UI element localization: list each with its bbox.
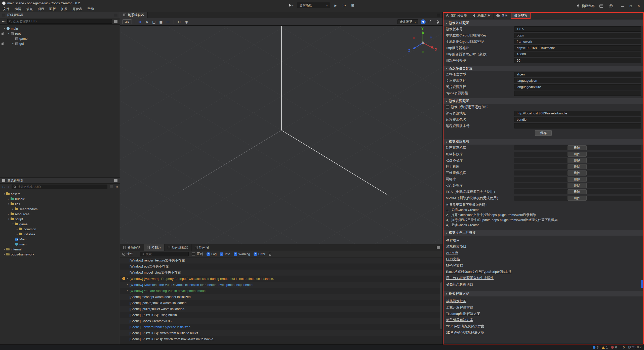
menu-item[interactable]: 扩展 [58, 6, 70, 12]
console-filter[interactable]: 正则 [192, 252, 203, 256]
console-tab[interactable]: 动画编辑器 [165, 244, 192, 251]
scrollbar-thumb[interactable] [440, 282, 442, 329]
asset-node[interactable]: ▸ initialize [0, 232, 120, 237]
asset-node[interactable]: ▾ game [0, 222, 120, 227]
property-input[interactable] [514, 52, 641, 57]
log-row[interactable]: [Window] render_texture文件夹不存在 [120, 257, 442, 264]
menu-item[interactable]: 开发者 [70, 6, 85, 12]
dimension-toggle[interactable]: 3D [122, 19, 132, 24]
expand-arrow[interactable]: ▸ [16, 228, 19, 230]
log-row[interactable]: [Window] [Vue warn]: Property "onInput" … [120, 276, 442, 282]
log-row[interactable]: [Window] model_view文件夹不存在 [120, 270, 442, 276]
translate-tool[interactable]: ⊕ [137, 19, 143, 25]
log-row[interactable]: [Scene] [PHYSICS]: using builtin. [120, 312, 442, 318]
solution-link[interactable]: 全栈开发解决方案 [446, 305, 473, 310]
section-header[interactable]: 游戏多语言配置 [444, 66, 643, 71]
menu-item[interactable]: 节点 [24, 6, 35, 12]
delete-module-button[interactable]: 删除 [568, 152, 587, 157]
delete-module-button[interactable]: 删除 [568, 145, 587, 150]
inspector-tab[interactable]: 框架配置 [511, 13, 531, 19]
asset-node[interactable]: ▾ assets [0, 191, 120, 196]
doc-link[interactable]: API文档 [446, 251, 458, 255]
delete-module-button[interactable]: 删除 [568, 158, 587, 163]
log-row[interactable]: [Scene] [PHYSICS2D]: switch from box2d-w… [120, 336, 442, 342]
hierarchy-node[interactable]: ▾ main [0, 26, 120, 31]
log-expand-arrow[interactable] [126, 283, 130, 286]
build-publish-button[interactable]: 构建发布 [576, 4, 595, 8]
property-input[interactable] [514, 39, 641, 44]
remote-load-checkbox[interactable] [446, 105, 449, 109]
close-button[interactable] [635, 3, 642, 9]
log-row[interactable]: [Window] ecs文件夹不存在 [120, 264, 442, 270]
lighting-toggle[interactable] [421, 19, 426, 24]
doc-link[interactable]: ECS文档 [446, 257, 460, 261]
inspector-tab[interactable]: 属性检查器 [444, 13, 470, 19]
console-filter[interactable]: Info [220, 252, 230, 256]
doc-link[interactable]: Excel格式转Json文件与TypeScript代码工具 [446, 270, 511, 274]
expand-arrow[interactable]: ▸ [3, 248, 6, 250]
inspector-scrollbar[interactable] [641, 280, 643, 288]
maximize-button[interactable] [627, 3, 634, 9]
scale-tool[interactable]: ◱ [151, 19, 157, 25]
expand-arrow[interactable]: ▸ [11, 208, 15, 210]
doc-link[interactable]: 原生包热更新配置自动生成插件 [446, 276, 494, 280]
log-expand-arrow[interactable] [126, 277, 130, 280]
export-log-icon[interactable] [269, 253, 271, 256]
status-badge[interactable]: 0 [611, 346, 617, 349]
asset-node[interactable]: ▸ bundle [0, 196, 120, 201]
hierarchy-node[interactable]: ▾ root [0, 31, 120, 36]
preview-target-button[interactable] [288, 2, 294, 8]
delete-module-button[interactable]: 删除 [568, 196, 587, 201]
menu-item[interactable]: 文件 [1, 6, 12, 12]
save-button[interactable]: 保存 [535, 130, 552, 136]
rotate-tool[interactable]: ↻ [144, 19, 150, 25]
filter-icon[interactable] [110, 187, 113, 187]
property-input[interactable] [514, 91, 641, 96]
asset-node[interactable]: ▸ resources [0, 211, 120, 216]
solution-link[interactable]: 新手引导解决方案 [446, 318, 473, 322]
tab-scene-editor[interactable]: 场景编辑器 [120, 12, 148, 18]
solution-link[interactable]: 战棋游戏框架 [446, 299, 466, 303]
section-header[interactable]: 框架模块裁剪 [444, 139, 643, 145]
asset-node[interactable]: ▸ seedrandom [0, 206, 120, 211]
create-asset-button[interactable] [2, 185, 6, 189]
import-asset-icon[interactable] [7, 185, 10, 189]
panel-menu-icon[interactable] [437, 247, 440, 248]
asset-node[interactable]: ▸ internal [0, 247, 120, 252]
hierarchy-search-input[interactable] [13, 20, 110, 23]
section-header[interactable]: 框架解决方案 [444, 291, 643, 296]
filter-icon[interactable] [114, 21, 117, 22]
doc-link[interactable]: 动画状态机编辑器 [446, 282, 473, 287]
view-mode-select[interactable]: 正常浏览 [397, 19, 418, 24]
step-button[interactable] [341, 2, 347, 8]
console-scrollbar[interactable] [440, 258, 442, 344]
log-row[interactable]: [Scene] meshopt wasm decoder initialized [120, 294, 442, 300]
property-input[interactable] [514, 84, 641, 90]
property-input[interactable] [514, 72, 641, 77]
status-badge[interactable]: 0 [620, 346, 625, 349]
doc-link[interactable]: MVVM文档 [446, 263, 463, 268]
scene-select[interactable]: 当前场景 [297, 3, 330, 8]
panel-menu-icon[interactable] [437, 15, 440, 15]
solution-link[interactable]: 2D角色扮演游戏解决方案 [446, 324, 484, 329]
scene-camera-button[interactable] [428, 19, 433, 24]
status-badge[interactable]: 1 [602, 346, 608, 349]
refresh-icon[interactable] [115, 185, 118, 189]
asset-node[interactable]: Main [0, 237, 120, 242]
inspector-tab[interactable]: 构建发布 [470, 13, 494, 19]
delete-module-button[interactable]: 删除 [568, 183, 587, 188]
property-input[interactable] [514, 117, 641, 122]
property-input[interactable] [514, 33, 641, 38]
section-header[interactable]: 游戏基础配置 [444, 20, 643, 26]
property-input[interactable] [514, 26, 641, 32]
inspector-tab[interactable]: 服务 [494, 13, 511, 19]
hierarchy-node[interactable]: game [0, 36, 120, 41]
log-row[interactable]: [Window] You are running Vue in developm… [120, 288, 442, 294]
expand-arrow[interactable]: ▸ [3, 253, 6, 255]
doc-link[interactable]: 教程项目 [446, 238, 460, 243]
pivot-tool[interactable]: ⊙ [176, 19, 183, 25]
delete-module-button[interactable]: 删除 [568, 170, 587, 176]
asset-node[interactable]: ▸ common [0, 227, 120, 232]
delete-module-button[interactable]: 删除 [568, 177, 587, 182]
log-expand-arrow[interactable] [126, 289, 130, 292]
